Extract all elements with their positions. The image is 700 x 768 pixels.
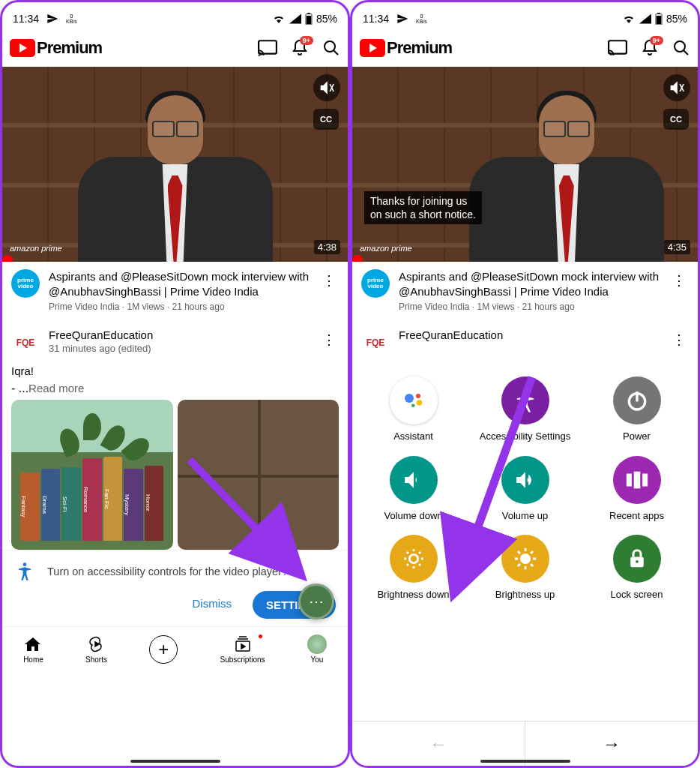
mute-icon[interactable]	[663, 74, 690, 101]
post-channel[interactable]: FreeQuranEducation	[49, 328, 310, 341]
menu-item-lock-screen[interactable]: Lock screen	[583, 535, 690, 601]
post-channel[interactable]: FreeQuranEducation	[399, 328, 660, 341]
video-duration: 4:38	[314, 240, 340, 254]
status-time: 11:34	[13, 13, 39, 25]
phone-left: 11:34 0KB/s 85% Premium 9+	[0, 0, 350, 768]
video-more-icon[interactable]: ⋮	[669, 269, 689, 292]
svg-point-21	[409, 555, 417, 563]
prime-watermark: amazon prime	[10, 244, 62, 253]
captions-button[interactable]: CC	[663, 109, 689, 130]
notifications-button[interactable]: 9+	[291, 39, 309, 57]
channel-avatar[interactable]: prime video	[361, 269, 390, 298]
svg-point-15	[411, 404, 415, 408]
captions-button[interactable]: CC	[313, 109, 339, 130]
video-more-icon[interactable]: ⋮	[319, 269, 339, 292]
nav-home[interactable]: Home	[23, 634, 43, 664]
status-bar: 11:34 0KB/s 85%	[352, 2, 698, 29]
signal-icon	[639, 14, 651, 24]
video-title[interactable]: Aspirants and @PleaseSitDown mock interv…	[399, 269, 660, 298]
wifi-icon	[272, 14, 286, 24]
post-image-2[interactable]	[178, 400, 340, 550]
read-more-row[interactable]: - ...Read more	[11, 382, 339, 395]
post-more-icon[interactable]: ⋮	[669, 328, 689, 351]
kbps-indicator: 0KB/s	[66, 14, 77, 24]
menu-item-assistant[interactable]: Assistant	[360, 376, 467, 442]
battery-icon	[305, 13, 313, 25]
menu-item-volume-down[interactable]: Volume down	[360, 456, 467, 522]
community-post: FQE FreeQuranEducation 31 minutes ago (e…	[2, 320, 348, 550]
svg-point-16	[522, 391, 528, 396]
menu-item-recent-apps[interactable]: Recent apps	[583, 456, 690, 522]
svg-rect-18	[626, 473, 631, 486]
battery-percent: 85%	[316, 13, 337, 25]
svg-point-22	[521, 555, 529, 563]
video-title[interactable]: Aspirants and @PleaseSitDown mock interv…	[49, 269, 310, 298]
svg-point-13	[416, 394, 420, 398]
video-meta: Prime Video India · 1M views · 21 hours …	[399, 302, 660, 312]
video-info-row: prime video Aspirants and @PleaseSitDown…	[2, 262, 348, 320]
app-header: Premium 9+	[352, 29, 698, 67]
video-player[interactable]: CC Thanks for joining uson such a short …	[352, 67, 698, 262]
post-text: Iqra!	[11, 364, 339, 377]
post-more-icon[interactable]: ⋮	[319, 328, 339, 351]
cast-icon[interactable]	[258, 40, 277, 56]
prime-watermark: amazon prime	[360, 244, 412, 253]
svg-point-24	[636, 560, 639, 563]
svg-point-4	[325, 41, 335, 52]
menu-item-brightness-down[interactable]: Brightness down	[360, 535, 467, 601]
send-icon	[46, 13, 58, 25]
svg-rect-2	[307, 16, 311, 24]
gesture-handle[interactable]	[130, 760, 220, 763]
notifications-button[interactable]: 9+	[641, 39, 659, 57]
community-post: FQE FreeQuranEducation ⋮	[352, 320, 698, 362]
progress-indicator	[352, 255, 363, 262]
svg-point-14	[416, 400, 422, 406]
video-player[interactable]: CC amazon prime 4:38	[2, 67, 348, 262]
bottom-nav: Home Shorts + Subscriptions You	[2, 626, 348, 676]
status-bar: 11:34 0KB/s 85%	[2, 2, 348, 29]
accessibility-prompt: Turn on accessibility controls for the v…	[2, 550, 348, 626]
nav-subscriptions[interactable]: Subscriptions	[220, 634, 265, 664]
youtube-logo[interactable]: Premium	[360, 38, 452, 58]
mute-icon[interactable]	[313, 74, 340, 101]
nav-create[interactable]: +	[149, 635, 178, 664]
send-icon	[396, 13, 408, 25]
cast-icon[interactable]	[608, 40, 627, 56]
youtube-play-icon	[10, 39, 35, 57]
search-icon[interactable]	[672, 39, 690, 57]
wifi-icon	[622, 14, 636, 24]
caption-overlay: Thanks for joining uson such a short not…	[364, 191, 482, 224]
progress-indicator	[2, 255, 13, 262]
menu-item-volume-up[interactable]: Volume up	[471, 456, 579, 522]
gesture-handle[interactable]	[480, 760, 570, 763]
svg-point-5	[23, 562, 27, 566]
post-time: 31 minutes ago (edited)	[49, 343, 310, 354]
search-icon[interactable]	[322, 39, 340, 57]
video-meta: Prime Video India · 1M views · 21 hours …	[49, 302, 310, 312]
user-avatar	[307, 634, 327, 654]
menu-item-power[interactable]: Power	[583, 376, 690, 442]
accessibility-menu: AssistantAccessibility SettingsPowerVolu…	[352, 362, 698, 766]
post-image-1[interactable]: FantasyDramaSci-FiRomanceFan FicMysteryH…	[11, 400, 173, 550]
post-avatar[interactable]: FQE	[11, 328, 40, 357]
menu-item-brightness-up[interactable]: Brightness up	[471, 535, 579, 601]
svg-point-11	[675, 41, 685, 52]
nav-you[interactable]: You	[307, 634, 327, 664]
video-info-row: prime video Aspirants and @PleaseSitDown…	[352, 262, 698, 320]
video-duration: 4:35	[664, 240, 690, 254]
post-avatar[interactable]: FQE	[361, 328, 390, 357]
dismiss-button[interactable]: Dismiss	[181, 591, 242, 619]
signal-icon	[289, 14, 301, 24]
youtube-logo[interactable]: Premium	[10, 38, 102, 58]
svg-rect-8	[657, 13, 660, 14]
menu-item-accessibility-settings[interactable]: Accessibility Settings	[471, 376, 579, 442]
channel-avatar[interactable]: prime video	[11, 269, 40, 298]
battery-icon	[655, 13, 663, 25]
accessibility-fab[interactable]: ⋯	[298, 584, 334, 620]
nav-shorts[interactable]: Shorts	[85, 634, 107, 664]
svg-rect-19	[633, 471, 640, 488]
accessibility-icon	[14, 561, 35, 582]
svg-rect-9	[657, 16, 661, 24]
app-header: Premium 9+	[2, 29, 348, 67]
svg-rect-20	[642, 473, 648, 486]
